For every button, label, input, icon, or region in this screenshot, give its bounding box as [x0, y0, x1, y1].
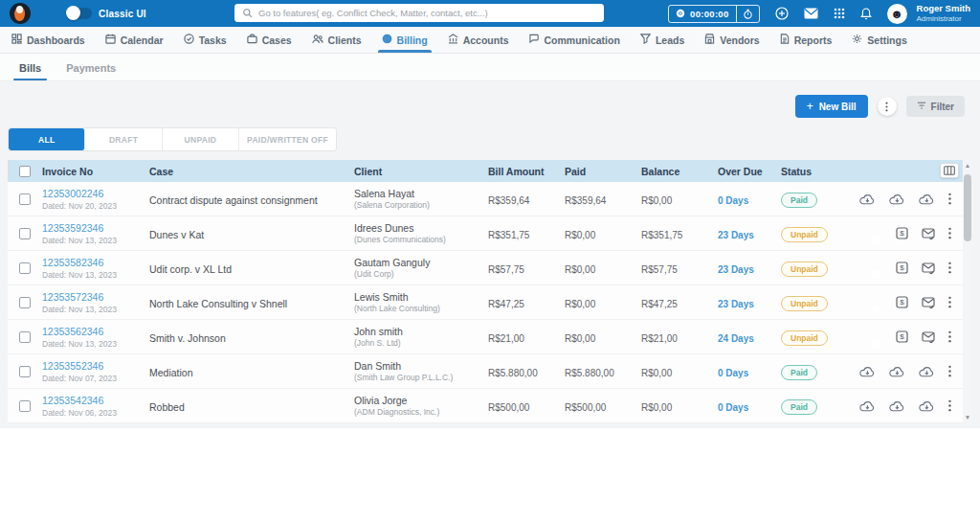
nav-item-tasks[interactable]: Tasks	[184, 27, 227, 53]
search-input[interactable]	[258, 8, 596, 18]
bell-icon[interactable]	[860, 8, 872, 20]
table-row: 12353582346 Dated: Nov 13, 2023 Udit cor…	[8, 251, 963, 285]
filter-unpaid[interactable]: UNPAID	[163, 128, 239, 150]
nav-item-clients[interactable]: Clients	[312, 27, 362, 53]
case-name: Mediation	[149, 367, 193, 378]
avatar[interactable]: ☻	[887, 4, 907, 24]
record-payment-icon[interactable]: $	[896, 227, 908, 239]
leads-icon	[640, 34, 651, 46]
clients-icon	[312, 34, 323, 46]
invoice-link[interactable]: 12353552346	[42, 360, 144, 372]
invoice-link[interactable]: 12353002246	[42, 188, 144, 199]
timer-widget[interactable]: 00:00:00	[668, 5, 759, 23]
invoice-link[interactable]: 12353572346	[42, 291, 144, 303]
bill-rows: 12353002246 Dated: Nov 20, 2023 Contract…	[8, 182, 963, 423]
vendors-icon	[704, 34, 715, 46]
cloud-download-icon[interactable]	[859, 366, 876, 377]
invoice-link[interactable]: 12353562346	[42, 326, 144, 337]
invoice-date: Dated: Nov 13, 2023	[42, 305, 144, 314]
toolbar-kebab-menu[interactable]	[878, 97, 897, 116]
send-invoice-icon[interactable]	[922, 262, 935, 274]
table-row: 12353562346 Dated: Nov 13, 2023 Smith v.…	[8, 320, 963, 354]
nav-item-billing[interactable]: $ Billing	[382, 27, 428, 53]
nav-item-leads[interactable]: Leads	[640, 27, 684, 53]
over-due: 0 Days	[718, 368, 748, 378]
invoice-link[interactable]: 12353592346	[42, 222, 144, 234]
scrollbar-thumb[interactable]	[964, 174, 971, 241]
classic-ui-toggle[interactable]: Classic UI	[67, 8, 146, 19]
nav-item-settings[interactable]: Settings	[852, 27, 906, 53]
row-kebab-menu[interactable]	[948, 399, 951, 412]
nav-item-accounts[interactable]: Accounts	[448, 27, 509, 53]
cloud-download-icon[interactable]	[889, 366, 905, 377]
row-checkbox[interactable]	[19, 193, 31, 205]
nav-item-dashboards[interactable]: Dashboards	[11, 27, 85, 53]
row-checkbox[interactable]	[19, 262, 31, 274]
toggle-track-icon	[67, 8, 92, 19]
invoice-link[interactable]: 12353542346	[42, 395, 144, 406]
classic-ui-label: Classic UI	[99, 9, 146, 19]
status-badge: Paid	[781, 399, 817, 415]
row-kebab-menu[interactable]	[948, 262, 951, 274]
tab-bills[interactable]: Bills	[19, 62, 41, 80]
vertical-scrollbar[interactable]: ▲ ▼	[963, 160, 972, 423]
row-checkbox[interactable]	[19, 297, 31, 308]
tab-payments[interactable]: Payments	[66, 62, 116, 80]
quick-add-button[interactable]	[775, 7, 789, 20]
nav-item-reports[interactable]: Reports	[780, 27, 833, 53]
select-all-checkbox[interactable]	[19, 166, 31, 177]
cloud-download-icon[interactable]	[919, 193, 935, 205]
row-kebab-menu[interactable]	[948, 330, 951, 343]
bill-amount: R$5.880,00	[488, 368, 538, 378]
cloud-download-icon[interactable]	[889, 400, 905, 412]
nav-item-communication[interactable]: Communication	[529, 27, 620, 53]
mail-button[interactable]	[804, 8, 818, 19]
record-payment-icon[interactable]: $	[896, 262, 908, 274]
timer-value: 00:00:00	[690, 9, 728, 19]
global-search[interactable]	[234, 4, 604, 22]
send-invoice-icon[interactable]	[922, 331, 935, 343]
row-checkbox[interactable]	[19, 331, 31, 343]
row-checkbox[interactable]	[19, 228, 31, 239]
invoice-link[interactable]: 12353582346	[42, 257, 144, 268]
cloud-download-icon[interactable]	[919, 400, 935, 412]
tasks-icon	[184, 34, 194, 46]
nav-item-vendors[interactable]: Vendors	[704, 27, 759, 53]
filter-button[interactable]: Filter	[906, 96, 965, 117]
client-name: Gautam Ganguly	[354, 257, 482, 268]
row-kebab-menu[interactable]	[948, 227, 951, 239]
row-kebab-menu[interactable]	[948, 193, 951, 205]
scroll-down-icon[interactable]: ▼	[965, 412, 970, 424]
filter-all[interactable]: ALL	[9, 128, 85, 150]
row-checkbox[interactable]	[19, 400, 31, 412]
nav-item-calendar[interactable]: Calendar	[105, 27, 164, 53]
cloud-download-icon[interactable]	[889, 193, 905, 205]
new-bill-button[interactable]: + New Bill	[795, 95, 868, 118]
send-invoice-icon[interactable]	[922, 297, 935, 308]
record-payment-icon[interactable]: $	[896, 330, 908, 343]
row-checkbox[interactable]	[19, 366, 31, 377]
record-payment-icon[interactable]: $	[896, 296, 908, 308]
filter-draft[interactable]: DRAFT	[85, 128, 162, 150]
plus-icon: +	[807, 100, 813, 113]
send-invoice-icon[interactable]	[922, 228, 935, 239]
column-settings-button[interactable]	[940, 163, 959, 178]
case-name: Dunes v Kat	[149, 229, 204, 240]
stopwatch-button[interactable]	[737, 9, 759, 19]
scroll-up-icon[interactable]: ▲	[965, 160, 970, 172]
bill-amount: R$500,00	[488, 402, 529, 413]
client-company: (Dunes Communications)	[354, 235, 482, 244]
row-kebab-menu[interactable]	[948, 296, 951, 308]
invoice-date: Dated: Nov 20, 2023	[42, 201, 144, 211]
app-logo[interactable]	[10, 3, 31, 24]
cloud-download-icon[interactable]	[919, 366, 935, 377]
user-role: Administrator	[917, 14, 970, 23]
over-due: 0 Days	[718, 195, 748, 206]
nav-item-cases[interactable]: Cases	[247, 27, 292, 53]
cloud-download-icon[interactable]	[859, 193, 876, 205]
user-info[interactable]: Roger Smith Administrator	[917, 4, 970, 23]
filter-paid-written-off[interactable]: PAID/WRITTEN OFF	[239, 128, 336, 150]
cloud-download-icon[interactable]	[859, 400, 876, 412]
apps-grid-button[interactable]	[834, 8, 845, 19]
row-kebab-menu[interactable]	[948, 365, 951, 377]
